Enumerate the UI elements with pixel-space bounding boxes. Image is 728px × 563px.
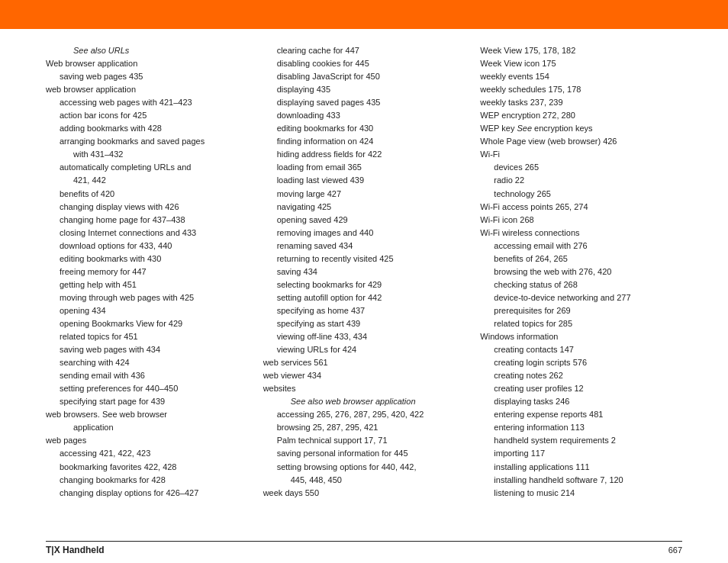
- index-entry: clearing cache for 447: [263, 44, 465, 57]
- index-entry: websites: [263, 382, 465, 395]
- index-entry: installing applications 111: [480, 461, 682, 474]
- header-bar: [0, 0, 728, 29]
- index-entry: Palm technical support 17, 71: [263, 434, 465, 447]
- index-entry: download options for 433, 440: [46, 240, 248, 253]
- index-entry: searching with 424: [46, 356, 248, 369]
- index-entry: entering expense reports 481: [480, 408, 682, 421]
- index-entry: weekly schedules 175, 178: [480, 83, 682, 96]
- index-entry: action bar icons for 425: [46, 109, 248, 122]
- index-entry: weekly tasks 237, 239: [480, 96, 682, 109]
- index-entry: accessing email with 276: [480, 240, 682, 253]
- index-entry: disabling cookies for 445: [263, 57, 465, 70]
- index-entry: benefits of 264, 265: [480, 253, 682, 265]
- index-entry: creating user profiles 12: [480, 382, 682, 395]
- index-entry: setting browsing options for 440, 442,: [263, 461, 465, 474]
- index-entry: finding information on 424: [263, 135, 465, 148]
- index-entry: entering information 113: [480, 421, 682, 434]
- index-entry: radio 22: [480, 174, 682, 187]
- index-entry: WEP key See encryption keys: [480, 122, 682, 135]
- index-entry: getting help with 451: [46, 278, 248, 291]
- index-entry: viewing URLs for 424: [263, 343, 465, 356]
- index-entry: saving personal information for 445: [263, 447, 465, 460]
- index-entry: See also web browser application: [263, 395, 465, 408]
- index-col-col2: clearing cache for 447disabling cookies …: [256, 44, 473, 536]
- index-col-col3: Week View 175, 178, 182Week View icon 17…: [472, 44, 682, 536]
- index-entry: Week View 175, 178, 182: [480, 44, 682, 57]
- index-entry: creating notes 262: [480, 369, 682, 382]
- index-entry: editing bookmarks for 430: [263, 122, 465, 135]
- index-entry: related topics for 451: [46, 330, 248, 343]
- index-entry: browsing 25, 287, 295, 421: [263, 421, 465, 434]
- index-entry: changing bookmarks for 428: [46, 474, 248, 487]
- index-entry: specifying as start 439: [263, 317, 465, 330]
- index-entry: saving web pages with 434: [46, 343, 248, 356]
- index-entry: benefits of 420: [46, 188, 248, 201]
- index-entry: arranging bookmarks and saved pages: [46, 135, 248, 148]
- index-entry: prerequisites for 269: [480, 304, 682, 317]
- index-entry: returning to recently visited 425: [263, 253, 465, 265]
- index-entry: Wi-Fi access points 265, 274: [480, 201, 682, 214]
- index-entry: accessing 421, 422, 423: [46, 447, 248, 460]
- footer-brand: T|X Handheld: [46, 545, 105, 555]
- index-entry: technology 265: [480, 188, 682, 201]
- index-entry: adding bookmarks with 428: [46, 122, 248, 135]
- index-entry: web pages: [46, 434, 248, 447]
- index-entry: Week View icon 175: [480, 57, 682, 70]
- index-entry: editing bookmarks with 430: [46, 253, 248, 265]
- index-entry: creating login scripts 576: [480, 356, 682, 369]
- index-entry: importing 117: [480, 447, 682, 460]
- index-entry: checking status of 268: [480, 278, 682, 291]
- index-col-col1: See also URLsWeb browser applicationsavi…: [46, 44, 256, 536]
- page-content: See also URLsWeb browser applicationsavi…: [0, 29, 728, 563]
- index-entry: closing Internet connections and 433: [46, 227, 248, 240]
- index-entry: opening Bookmarks View for 429: [46, 317, 248, 330]
- index-entry: displaying 435: [263, 83, 465, 96]
- index-entry: accessing web pages with 421–423: [46, 96, 248, 109]
- index-entry: web browser application: [46, 83, 248, 96]
- index-entry: WEP encryption 272, 280: [480, 109, 682, 122]
- index-entry: bookmarking favorites 422, 428: [46, 461, 248, 474]
- index-entry: selecting bookmarks for 429: [263, 278, 465, 291]
- index-entry: freeing memory for 447: [46, 265, 248, 278]
- index-entry: setting preferences for 440–450: [46, 382, 248, 395]
- page-footer: T|X Handheld 667: [46, 541, 682, 555]
- index-entry: handheld system requirements 2: [480, 434, 682, 447]
- index-entry: application: [46, 421, 248, 434]
- index-entry: weekly events 154: [480, 70, 682, 83]
- index-entry: week days 550: [263, 487, 465, 500]
- index-entry: downloading 433: [263, 109, 465, 122]
- index-entry: Whole Page view (web browser) 426: [480, 135, 682, 148]
- index-entry: changing display options for 426–427: [46, 487, 248, 500]
- index-entry: opening 434: [46, 304, 248, 317]
- index-entry: renaming saved 434: [263, 240, 465, 253]
- index-entry: navigating 425: [263, 201, 465, 214]
- index-entry: displaying saved pages 435: [263, 96, 465, 109]
- index-entry: sending email with 436: [46, 369, 248, 382]
- index-entry: with 431–432: [46, 148, 248, 161]
- index-entry: related topics for 285: [480, 317, 682, 330]
- index-entry: viewing off-line 433, 434: [263, 330, 465, 343]
- index-entry: specifying as home 437: [263, 304, 465, 317]
- index-entry: Wi-Fi icon 268: [480, 214, 682, 227]
- index-entry: disabling JavaScript for 450: [263, 70, 465, 83]
- index-entry: accessing 265, 276, 287, 295, 420, 422: [263, 408, 465, 421]
- index-entry: web services 561: [263, 356, 465, 369]
- index-entry: moving through web pages with 425: [46, 291, 248, 304]
- index-entry: web viewer 434: [263, 369, 465, 382]
- index-entry: specifying start page for 439: [46, 395, 248, 408]
- index-entry: Web browser application: [46, 57, 248, 70]
- index-entry: creating contacts 147: [480, 343, 682, 356]
- index-entry: See also URLs: [46, 44, 248, 57]
- index-entry: saving 434: [263, 265, 465, 278]
- index-entry: 421, 442: [46, 174, 248, 187]
- index-entry: opening saved 429: [263, 214, 465, 227]
- index-entry: displaying tasks 246: [480, 395, 682, 408]
- index-entry: moving large 427: [263, 188, 465, 201]
- index-entry: changing display views with 426: [46, 201, 248, 214]
- index-entry: device-to-device networking and 277: [480, 291, 682, 304]
- index-entry: saving web pages 435: [46, 70, 248, 83]
- index-entry: browsing the web with 276, 420: [480, 265, 682, 278]
- index-entry: Wi-Fi wireless connections: [480, 227, 682, 240]
- index-entry: automatically completing URLs and: [46, 161, 248, 174]
- index-entry: Wi-Fi: [480, 148, 682, 161]
